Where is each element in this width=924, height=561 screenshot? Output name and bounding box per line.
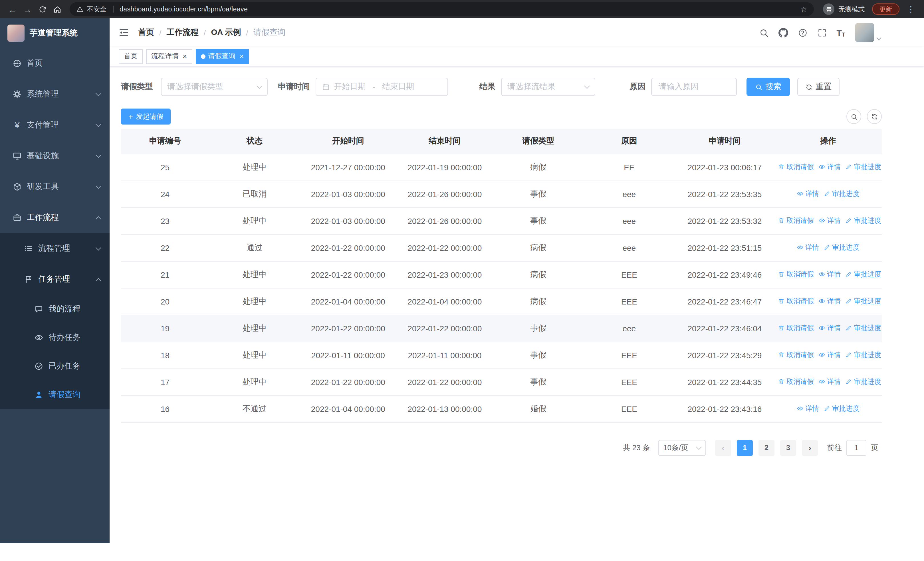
forward-icon[interactable]: → bbox=[21, 2, 34, 16]
sidebar-item-leave-query[interactable]: 请假查询 bbox=[0, 381, 110, 409]
cancel-action-link[interactable]: 取消请假 bbox=[778, 350, 814, 360]
detail-action-link[interactable]: 详情 bbox=[818, 162, 841, 172]
refresh-table-button[interactable] bbox=[867, 109, 882, 124]
progress-action-link[interactable]: 审批进度 bbox=[824, 404, 860, 414]
list-icon bbox=[24, 244, 33, 253]
progress-action-link[interactable]: 审批进度 bbox=[845, 216, 881, 226]
reset-button[interactable]: 重置 bbox=[797, 78, 840, 96]
sidebar-item-done-task[interactable]: 已办任务 bbox=[0, 352, 110, 381]
detail-action-link[interactable]: 详情 bbox=[818, 296, 841, 306]
breadcrumb-item[interactable]: 首页 bbox=[138, 27, 154, 38]
hamburger-icon[interactable] bbox=[110, 18, 138, 47]
toggle-search-button[interactable] bbox=[846, 109, 861, 124]
sidebar-item-payment[interactable]: ¥ 支付管理 bbox=[0, 110, 110, 141]
cell-status: 已取消 bbox=[209, 180, 300, 208]
cell-end: 2022-01-26 00:00:00 bbox=[396, 180, 493, 208]
page-size-select[interactable]: 10条/页 bbox=[658, 439, 706, 456]
detail-action-link[interactable]: 详情 bbox=[818, 350, 841, 360]
progress-action-link[interactable]: 审批进度 bbox=[845, 350, 881, 360]
page-2-button[interactable]: 2 bbox=[759, 439, 774, 456]
view-icon bbox=[818, 325, 825, 332]
apply-time-range-input[interactable]: 开始日期 - 结束日期 bbox=[316, 78, 448, 96]
avatar bbox=[855, 23, 874, 42]
cancel-action-link[interactable]: 取消请假 bbox=[778, 270, 814, 279]
home-icon[interactable] bbox=[50, 2, 64, 16]
cell-applied: 2022-01-22 23:51:15 bbox=[675, 234, 774, 261]
detail-action-link[interactable]: 详情 bbox=[818, 270, 841, 279]
reload-icon[interactable] bbox=[35, 2, 49, 16]
sidebar-item-todo-task[interactable]: 待办任务 bbox=[0, 323, 110, 352]
create-leave-button[interactable]: + 发起请假 bbox=[121, 108, 171, 125]
tab-label: 流程详情 bbox=[151, 51, 178, 61]
page-1-button[interactable]: 1 bbox=[737, 439, 753, 456]
reason-input[interactable]: 请输入原因 bbox=[651, 78, 737, 96]
prev-page-button[interactable]: ‹ bbox=[715, 439, 731, 456]
address-bar[interactable]: 不安全 dashboard.yudao.iocoder.cn/bpm/oa/le… bbox=[70, 2, 814, 16]
progress-action-link[interactable]: 审批进度 bbox=[845, 377, 881, 387]
table-row: 25 处理中 2021-12-27 00:00:00 2022-01-19 00… bbox=[121, 154, 882, 180]
progress-action-link[interactable]: 审批进度 bbox=[824, 189, 860, 199]
sidebar-item-label: 待办任务 bbox=[48, 332, 100, 343]
cell-actions: 取消请假详情审批进度 bbox=[774, 261, 882, 288]
browser-menu-icon[interactable]: ⋮ bbox=[903, 5, 918, 14]
progress-action-link[interactable]: 审批进度 bbox=[824, 243, 860, 253]
cell-status: 通过 bbox=[209, 234, 300, 261]
breadcrumb-item[interactable]: 工作流程 bbox=[166, 27, 199, 38]
cancel-action-link[interactable]: 取消请假 bbox=[778, 162, 814, 172]
tab-home[interactable]: 首页 bbox=[119, 49, 142, 64]
result-select[interactable]: 请选择流结果 bbox=[501, 78, 595, 96]
detail-action-link[interactable]: 详情 bbox=[818, 323, 841, 333]
tab-leave-query[interactable]: 请假查询 × bbox=[195, 49, 249, 64]
table-row: 22 通过 2022-01-22 00:00:00 2022-01-22 00:… bbox=[121, 234, 882, 261]
progress-action-link[interactable]: 审批进度 bbox=[845, 270, 881, 279]
tab-process-detail[interactable]: 流程详情 × bbox=[146, 49, 192, 64]
detail-action-link[interactable]: 详情 bbox=[797, 404, 819, 414]
close-icon[interactable]: × bbox=[183, 53, 187, 60]
close-icon[interactable]: × bbox=[239, 53, 244, 60]
sidebar-item-task-management[interactable]: 任务管理 bbox=[0, 264, 110, 295]
detail-action-link[interactable]: 详情 bbox=[818, 216, 841, 226]
fullscreen-icon[interactable] bbox=[817, 28, 827, 38]
sidebar-item-my-process[interactable]: 我的流程 bbox=[0, 295, 110, 323]
sidebar-item-home[interactable]: 首页 bbox=[0, 48, 110, 79]
cancel-action-link[interactable]: 取消请假 bbox=[778, 296, 814, 306]
cell-start: 2022-01-22 00:00:00 bbox=[300, 368, 397, 396]
detail-action-link[interactable]: 详情 bbox=[797, 189, 819, 199]
back-icon[interactable]: ← bbox=[6, 2, 20, 16]
github-icon[interactable] bbox=[778, 28, 788, 38]
next-page-button[interactable]: › bbox=[802, 439, 818, 456]
view-icon bbox=[797, 191, 804, 197]
cell-reason: EE bbox=[584, 154, 675, 180]
user-menu[interactable] bbox=[855, 23, 880, 42]
progress-action-link[interactable]: 审批进度 bbox=[845, 296, 881, 306]
search-icon[interactable] bbox=[759, 28, 768, 38]
cell-end: 2022-01-22 00:00:00 bbox=[396, 315, 493, 341]
sidebar-item-system[interactable]: 系统管理 bbox=[0, 79, 110, 110]
apply-time-label: 申请时间 bbox=[278, 82, 310, 92]
sidebar-item-workflow[interactable]: 工作流程 bbox=[0, 202, 110, 233]
cancel-action-link[interactable]: 取消请假 bbox=[778, 323, 814, 333]
font-size-icon[interactable]: TT bbox=[836, 28, 845, 38]
cell-status: 处理中 bbox=[209, 208, 300, 234]
leave-type-select[interactable]: 请选择请假类型 bbox=[161, 78, 268, 96]
page-3-button[interactable]: 3 bbox=[780, 439, 796, 456]
search-button[interactable]: 搜索 bbox=[747, 78, 790, 96]
progress-action-link[interactable]: 审批进度 bbox=[845, 162, 881, 172]
detail-action-link[interactable]: 详情 bbox=[818, 377, 841, 387]
cell-start: 2022-01-03 00:00:00 bbox=[300, 208, 397, 234]
update-button[interactable]: 更新 bbox=[872, 3, 900, 15]
cancel-action-link[interactable]: 取消请假 bbox=[778, 216, 814, 226]
bookmark-icon[interactable]: ☆ bbox=[801, 5, 807, 14]
cell-actions: 详情审批进度 bbox=[774, 234, 882, 261]
question-icon[interactable] bbox=[798, 28, 807, 38]
goto-page-input[interactable] bbox=[846, 439, 866, 456]
delete-icon bbox=[778, 352, 785, 358]
edit-icon bbox=[824, 191, 830, 197]
sidebar-item-devtools[interactable]: 研发工具 bbox=[0, 171, 110, 202]
detail-action-link[interactable]: 详情 bbox=[797, 243, 819, 253]
breadcrumb-item[interactable]: OA 示例 bbox=[211, 27, 241, 38]
sidebar-item-process-management[interactable]: 流程管理 bbox=[0, 233, 110, 264]
sidebar-item-infrastructure[interactable]: 基础设施 bbox=[0, 141, 110, 171]
cancel-action-link[interactable]: 取消请假 bbox=[778, 377, 814, 387]
progress-action-link[interactable]: 审批进度 bbox=[845, 323, 881, 333]
